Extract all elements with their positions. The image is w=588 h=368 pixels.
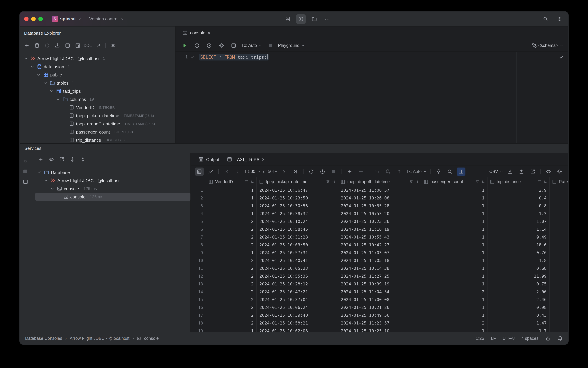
table-cell[interactable]: 1 [421, 249, 488, 257]
table-cell[interactable] [550, 210, 568, 218]
open-each-in-new-tab-button[interactable] [57, 155, 66, 164]
chevron-down-icon[interactable] [43, 178, 49, 183]
table-row[interactable]: 1912024-01-25 10:02:082024-01-25 10:25:1… [195, 327, 568, 332]
table-cell[interactable]: 1 [421, 186, 488, 194]
services-tree-item-console[interactable]: console126 ms [35, 193, 190, 201]
table-cell[interactable]: 2024-01-25 10:35:28 [338, 202, 421, 210]
pin-tab-button[interactable] [434, 167, 443, 176]
table-cell[interactable] [550, 202, 568, 210]
table-cell[interactable]: 1 [206, 327, 257, 332]
table-cell[interactable] [550, 225, 568, 233]
table-cell[interactable] [550, 319, 568, 327]
table-row[interactable]: 412024-01-25 10:38:322024-01-25 10:53:20… [195, 210, 568, 218]
table-cell[interactable]: 1.47 [488, 319, 550, 327]
chevron-down-icon[interactable] [36, 72, 41, 77]
execution-time-button[interactable] [318, 167, 327, 176]
table-cell[interactable]: 0.76 [488, 249, 550, 257]
table-cell[interactable]: 2024-01-25 10:14:38 [338, 264, 421, 272]
expand-all-button[interactable] [68, 155, 77, 164]
table-cell[interactable]: 2 [206, 280, 257, 288]
table-cell[interactable]: 2024-01-25 11:16:19 [338, 225, 421, 233]
explorer-tree-item-taxi-trips[interactable]: taxi_trips [20, 87, 175, 95]
table-cell[interactable]: 1 [421, 296, 488, 304]
table-cell[interactable]: 1 [421, 241, 488, 249]
table-cell[interactable]: 1 [421, 280, 488, 288]
table-cell[interactable]: 2024-01-25 11:04:54 [338, 288, 421, 296]
transaction-icon[interactable]: Tx [23, 158, 28, 164]
row-number-cell[interactable]: 11 [195, 264, 206, 272]
table-cell[interactable]: 2024-01-25 10:42:27 [338, 241, 421, 249]
table-row[interactable]: 1822024-01-25 10:58:212024-01-25 11:23:5… [195, 319, 568, 327]
vcs-widget[interactable]: Version control [89, 16, 124, 21]
show-options-button[interactable] [46, 155, 56, 164]
stop-button[interactable] [329, 167, 338, 176]
table-row[interactable]: 1022024-01-25 10:40:412024-01-25 11:05:1… [195, 257, 568, 264]
table-cell[interactable]: 1 [421, 257, 488, 264]
table-cell[interactable]: 2024-01-25 10:55:43 [338, 233, 421, 241]
editor-tab-console[interactable]: console × [179, 27, 214, 39]
table-row[interactable]: 212024-01-25 10:23:502024-01-25 10:26:08… [195, 194, 568, 202]
table-cell[interactable]: 2024-01-25 10:40:41 [257, 257, 338, 264]
chevron-down-icon[interactable] [50, 186, 55, 191]
table-cell[interactable]: 2024-01-25 11:05:18 [338, 257, 421, 264]
table-cell[interactable]: 2024-01-25 10:39:40 [257, 311, 338, 319]
settings-button[interactable] [555, 14, 564, 24]
table-cell[interactable]: 2.06 [488, 288, 550, 296]
table-cell[interactable]: 9.49 [488, 233, 550, 241]
row-number-cell[interactable]: 4 [195, 210, 206, 218]
explorer-tree-item-datafusion[interactable]: datafusion1 [20, 63, 175, 71]
table-cell[interactable]: 1.14 [488, 225, 550, 233]
table-cell[interactable]: 2 [421, 288, 488, 296]
datasource-properties-button[interactable] [32, 41, 41, 50]
delete-row-button[interactable] [356, 167, 365, 176]
table-cell[interactable]: 2024-01-25 10:10:24 [257, 218, 338, 225]
import-data-button[interactable] [517, 167, 526, 176]
notifications-bell-icon[interactable] [557, 336, 563, 341]
row-number-cell[interactable]: 17 [195, 311, 206, 319]
explorer-tree-item-arrow-flight-jdbc-localhost[interactable]: Arrow Flight JDBC - @localhost1 [20, 54, 175, 63]
table-cell[interactable]: 2024-01-25 11:27:25 [338, 272, 421, 280]
results-tab-output[interactable]: Output [195, 153, 223, 166]
table-cell[interactable]: 1 [206, 202, 257, 210]
revert-button[interactable] [372, 167, 381, 176]
table-cell[interactable]: 2024-01-25 10:38:32 [257, 210, 338, 218]
row-number-cell[interactable]: 10 [195, 257, 206, 264]
row-number-cell[interactable]: 2 [195, 194, 206, 202]
previous-page-button[interactable] [233, 167, 242, 176]
table-cell[interactable]: 2024-01-25 10:47:21 [257, 288, 338, 296]
editor-line-1[interactable]: 1 SELECT * FROM taxi_trips; [176, 53, 568, 61]
table-cell[interactable]: 2.46 [488, 296, 550, 304]
new-table-button[interactable] [63, 41, 72, 50]
open-in-editor-button[interactable] [528, 167, 537, 176]
explorer-tree-item-trip-distance[interactable]: trip_distanceDOUBLE(0) [20, 136, 175, 143]
console-settings-button[interactable] [217, 41, 226, 49]
table-row[interactable]: 912024-01-25 10:57:312024-01-25 11:03:07… [195, 249, 568, 257]
submit-button[interactable] [384, 167, 392, 176]
table-cell[interactable]: 0.75 [488, 280, 550, 288]
table-cell[interactable]: 1 [206, 194, 257, 202]
table-cell[interactable]: 2024-01-25 10:05:23 [257, 264, 338, 272]
column-header-passenger_count[interactable]: passenger_count [421, 177, 488, 186]
table-cell[interactable]: 2024-01-25 10:55:35 [257, 272, 338, 280]
table-cell[interactable]: 2024-01-25 10:23:36 [338, 218, 421, 225]
table-cell[interactable]: 2024-01-25 10:30:56 [257, 202, 338, 210]
table-view-button[interactable] [195, 167, 204, 176]
chevron-down-icon[interactable] [49, 88, 54, 94]
row-number-cell[interactable]: 18 [195, 319, 206, 327]
table-cell[interactable]: 1 [421, 304, 488, 311]
explorer-tree-item-passenger-count[interactable]: passenger_countBIGINT(19) [20, 128, 175, 136]
table-cell[interactable]: 1 [206, 210, 257, 218]
table-cell[interactable]: 0.68 [488, 264, 550, 272]
show-query-panel-button[interactable] [457, 167, 465, 176]
stop-button[interactable] [266, 41, 275, 49]
add-service-button[interactable] [36, 155, 45, 164]
column-header-trip_distance[interactable]: trip_distance [488, 177, 550, 186]
schema-selector[interactable]: <schema> [532, 43, 563, 48]
database-tool-button[interactable] [283, 14, 293, 24]
services-panel-header[interactable]: Services [20, 143, 568, 153]
export-data-button[interactable] [506, 167, 515, 176]
table-row[interactable]: 112024-01-25 10:36:472024-01-25 11:06:57… [195, 186, 568, 194]
collapse-all-button[interactable] [78, 155, 87, 164]
table-cell[interactable]: 2024-01-25 10:58:45 [257, 225, 338, 233]
table-cell[interactable]: 1 [421, 311, 488, 319]
